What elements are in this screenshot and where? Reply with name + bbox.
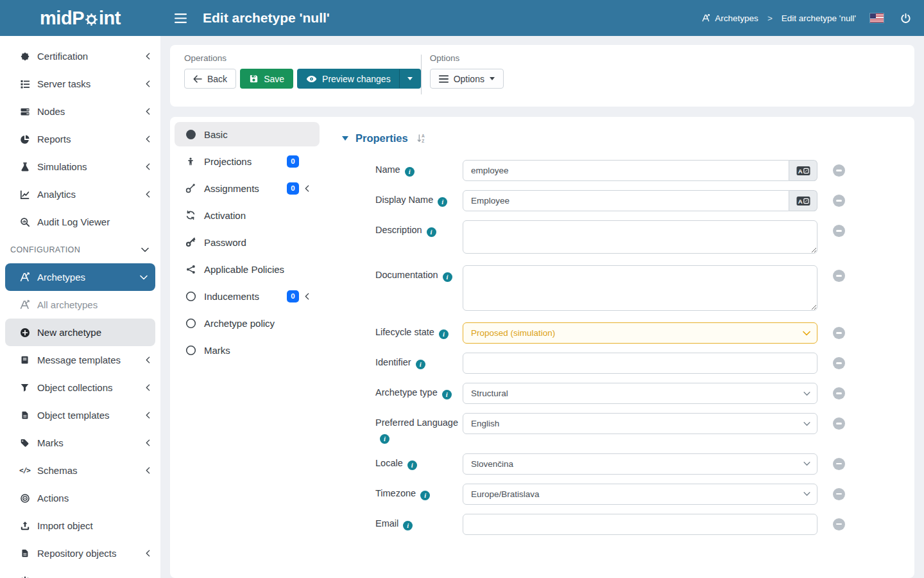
tab-label: Password xyxy=(204,237,246,248)
sidebar-item-label: Archetypes xyxy=(37,272,85,283)
remove-value-button[interactable] xyxy=(833,327,845,339)
field-label: Preferred Languagei xyxy=(375,413,463,444)
sidebar-item-label: Server tasks xyxy=(37,78,90,89)
sidebar-item-import-object[interactable]: Import object xyxy=(0,512,160,539)
sidebar-item-audit-log-viewer[interactable]: Audit Log Viewer xyxy=(0,208,160,236)
sort-alpha-icon[interactable]: AZ xyxy=(416,134,426,143)
save-button[interactable]: Save xyxy=(240,69,293,89)
sidebar-item-schemas[interactable]: </> Schemas xyxy=(0,457,160,484)
info-icon[interactable]: i xyxy=(427,227,436,237)
documentation-textarea[interactable] xyxy=(463,265,817,311)
power-icon[interactable] xyxy=(900,13,911,24)
email-input[interactable] xyxy=(463,514,817,535)
hamburger-icon[interactable] xyxy=(175,13,187,23)
chevron-left-icon[interactable] xyxy=(305,185,311,192)
remove-value-button[interactable] xyxy=(833,195,845,207)
display-name-input[interactable] xyxy=(463,190,789,211)
plus-circle-icon xyxy=(19,328,31,338)
collapse-caret-icon[interactable] xyxy=(342,136,348,141)
info-icon[interactable]: i xyxy=(416,360,425,369)
lifecycle-state-select[interactable]: Proposed (simulation) xyxy=(463,322,817,344)
sidebar-item-reports[interactable]: Reports xyxy=(0,125,160,153)
options-button[interactable]: Options xyxy=(430,69,504,89)
timezone-select[interactable]: Europe/Bratislava xyxy=(463,484,817,505)
tab-activation[interactable]: Activation xyxy=(175,203,320,227)
preferred-language-select[interactable]: English xyxy=(463,413,817,434)
tab-marks[interactable]: Marks xyxy=(175,338,320,362)
file-icon xyxy=(19,410,31,420)
info-icon[interactable]: i xyxy=(403,521,413,530)
midpoint-logo[interactable]: midPoint midPint xyxy=(0,8,160,29)
tab-assignments[interactable]: Assignments 0 xyxy=(175,176,320,200)
info-icon[interactable]: i xyxy=(420,491,430,500)
back-button[interactable]: Back xyxy=(184,69,236,89)
tab-projections[interactable]: Projections 0 xyxy=(175,149,320,173)
sidebar-item-analytics[interactable]: Analytics xyxy=(0,180,160,208)
remove-value-button[interactable] xyxy=(833,417,845,430)
recycle-icon xyxy=(185,210,196,220)
info-icon[interactable]: i xyxy=(438,197,447,207)
filter-icon xyxy=(19,383,31,392)
sidebar-item-label: Nodes xyxy=(37,106,65,117)
share-icon xyxy=(185,265,196,274)
remove-value-button[interactable] xyxy=(833,225,845,237)
caret-down-icon xyxy=(490,77,495,80)
sidebar-item-label: Marks xyxy=(37,437,64,448)
top-header: midPoint midPint Edit archetype 'null' A… xyxy=(0,0,924,36)
sidebar-item-certification[interactable]: Certification xyxy=(0,42,160,70)
sidebar-item-object-templates[interactable]: Object templates xyxy=(0,401,160,429)
field-row-lifecycle-state: Lifecycle statei Proposed (simulation) xyxy=(375,322,914,344)
translate-icon[interactable]: A xyxy=(789,190,817,211)
info-icon[interactable]: i xyxy=(380,434,389,444)
tab-applicable-policies[interactable]: Applicable Policies xyxy=(175,257,320,281)
chevron-left-icon xyxy=(146,53,150,60)
info-icon[interactable]: i xyxy=(405,167,415,177)
sidebar-item-marks[interactable]: Marks xyxy=(0,429,160,457)
sidebar-item-system[interactable]: System xyxy=(0,567,160,578)
translate-icon[interactable]: A xyxy=(789,160,817,181)
sidebar-section-configuration[interactable]: CONFIGURATION xyxy=(0,236,160,263)
sidebar-item-label: Certification xyxy=(37,51,88,62)
sidebar-item-server-tasks[interactable]: Server tasks xyxy=(0,70,160,98)
us-flag-icon[interactable] xyxy=(870,13,884,22)
info-icon[interactable]: i xyxy=(407,460,417,470)
brand-text-right: int xyxy=(99,8,121,29)
locale-select[interactable]: Slovenčina xyxy=(463,453,817,475)
sidebar-item-object-collections[interactable]: Object collections xyxy=(0,374,160,401)
remove-value-button[interactable] xyxy=(833,458,845,470)
sidebar-item-archetypes[interactable]: Archetypes xyxy=(5,263,155,291)
sidebar-item-all-archetypes[interactable]: All archetypes xyxy=(0,291,160,319)
archetype-type-select[interactable]: Structural xyxy=(463,383,817,404)
remove-value-button[interactable] xyxy=(833,357,845,369)
sidebar-item-nodes[interactable]: Nodes xyxy=(0,98,160,125)
description-textarea[interactable] xyxy=(463,220,817,254)
name-input[interactable] xyxy=(463,160,789,181)
remove-value-button[interactable] xyxy=(833,518,845,530)
info-icon[interactable]: i xyxy=(442,390,452,399)
remove-value-button[interactable] xyxy=(833,387,845,399)
info-icon[interactable]: i xyxy=(443,272,452,282)
identifier-input[interactable] xyxy=(463,353,817,374)
remove-value-button[interactable] xyxy=(833,164,845,177)
sidebar-item-message-templates[interactable]: Message templates xyxy=(0,346,160,374)
tab-basic[interactable]: Basic xyxy=(175,122,320,146)
sidebar-item-repository-objects[interactable]: Repository objects xyxy=(0,539,160,567)
sidebar-item-new-archetype[interactable]: New archetype xyxy=(5,319,155,346)
remove-value-button[interactable] xyxy=(833,488,845,500)
chevron-left-icon xyxy=(146,439,150,446)
info-icon[interactable]: i xyxy=(439,329,449,339)
remove-value-button[interactable] xyxy=(833,270,845,282)
preview-dropdown-toggle[interactable] xyxy=(399,69,420,88)
svg-text:A: A xyxy=(798,197,802,204)
sidebar-item-simulations[interactable]: Simulations xyxy=(0,153,160,180)
tab-inducements[interactable]: Inducements 0 xyxy=(175,284,320,308)
breadcrumb-archetypes-link[interactable]: Archetypes xyxy=(715,13,758,23)
tab-archetype-policy[interactable]: Archetype policy xyxy=(175,311,320,335)
preview-changes-button[interactable]: Preview changes xyxy=(297,69,421,89)
count-badge: 0 xyxy=(287,155,299,168)
chevron-left-icon[interactable] xyxy=(305,293,311,300)
section-label: CONFIGURATION xyxy=(10,245,80,254)
field-label: Timezonei xyxy=(375,484,463,501)
sidebar-item-actions[interactable]: Actions xyxy=(0,484,160,512)
tab-password[interactable]: Password xyxy=(175,230,320,254)
